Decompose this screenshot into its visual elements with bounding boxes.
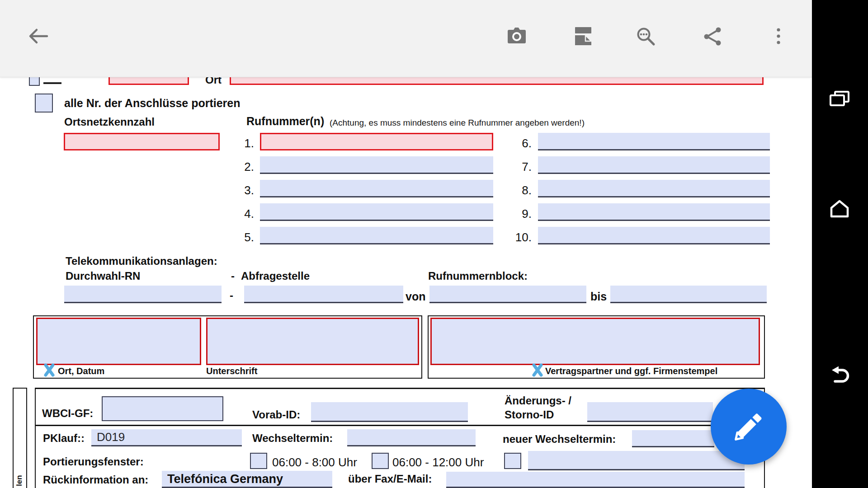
back-arrow-icon[interactable] <box>27 25 49 47</box>
slot1-label: 06:00 - 8:00 Uhr <box>272 455 357 469</box>
rufnummer-8-field[interactable] <box>538 180 770 197</box>
alle-nr-checkbox[interactable] <box>35 94 53 113</box>
nr-label: 6. <box>493 136 532 150</box>
screen: Ort alle Nr. der Anschlüsse portieren Or… <box>0 0 868 488</box>
rufnummernblock-bis-field[interactable] <box>610 286 767 303</box>
nr-label: 10. <box>493 230 532 244</box>
partial-text-fragment <box>43 82 61 84</box>
pklauf-label: PKlauf:: <box>43 432 85 445</box>
dash-label: - <box>226 289 237 302</box>
table-row-divider <box>35 425 765 426</box>
slot2-label: 06:00 - 12:00 Uhr <box>392 455 484 469</box>
fax-email-field[interactable] <box>446 472 745 488</box>
ort-datum-field[interactable] <box>36 318 201 365</box>
vertragspartner-label: Vertragspartner und ggf. Firmenstempel <box>545 366 717 376</box>
overflow-menu-icon[interactable] <box>768 25 789 47</box>
tk-title: Telekommunikationsanlagen: <box>66 255 217 267</box>
rufnummer-9-field[interactable] <box>538 203 770 221</box>
slot3-checkbox[interactable] <box>504 453 521 469</box>
rufnummer-1-field[interactable] <box>260 133 493 150</box>
unterschrift-field[interactable] <box>206 318 419 365</box>
edit-pencil-icon <box>731 409 766 444</box>
aenderungs-storno-field[interactable] <box>587 402 713 422</box>
nr-label: 1. <box>215 136 254 150</box>
recent-apps-icon[interactable] <box>828 88 851 112</box>
rueckinformation-field[interactable]: Telefónica Germany <box>162 471 332 488</box>
ortsnetzkennzahl-label: Ortsnetzkennzahl <box>64 116 155 128</box>
rueckinformation-value: Telefónica Germany <box>162 471 332 488</box>
rufnummer-10-field[interactable] <box>538 227 770 244</box>
signature-box-right: Vertragspartner und ggf. Firmenstempel <box>428 315 765 379</box>
vertragspartner-field[interactable] <box>430 318 760 365</box>
nr-label: 3. <box>215 183 254 197</box>
unterschrift-label: Unterschrift <box>206 366 257 376</box>
nr-label: 8. <box>493 183 532 197</box>
slot2-checkbox[interactable] <box>372 453 389 469</box>
rufnummernblock-von-field[interactable] <box>429 286 586 303</box>
rufnummern-hint: (Achtung, es muss mindestens eine Rufnum… <box>330 118 585 128</box>
aenderungs-label-line2: Storno-ID <box>505 408 554 421</box>
fax-email-label: über Fax/E-Mail: <box>348 473 432 485</box>
pklauf-field[interactable]: D019 <box>91 429 242 446</box>
rufnummer-7-field[interactable] <box>538 156 770 174</box>
share-icon[interactable] <box>702 25 724 47</box>
partial-ort-label: Ort <box>202 77 230 87</box>
camera-icon[interactable] <box>506 25 528 47</box>
durchwahl-label: Durchwahl-RN <box>66 270 140 282</box>
signature-x-icon <box>532 363 543 377</box>
edit-fab[interactable] <box>711 389 787 465</box>
rufnummer-6-field[interactable] <box>538 133 770 150</box>
alle-nr-label: alle Nr. der Anschlüsse portieren <box>64 97 241 110</box>
side-strip-label: len <box>15 475 24 486</box>
signature-box-left: Ort, Datum Unterschrift <box>33 315 422 379</box>
search-in-document-icon[interactable] <box>635 25 656 47</box>
neuer-wechseltermin-field[interactable] <box>632 430 714 447</box>
page-layout-icon[interactable] <box>572 25 594 47</box>
rufnummer-5-field[interactable] <box>260 227 493 244</box>
aenderungs-label-line1: Änderungs- / <box>505 394 571 407</box>
wechseltermin-label: Wechseltermin: <box>252 432 333 445</box>
top-toolbar <box>0 0 812 77</box>
wbci-field[interactable] <box>102 396 223 421</box>
rueckinformation-label: Rückinformation an: <box>43 474 148 486</box>
nr-label: 9. <box>493 207 532 221</box>
vorab-field[interactable] <box>311 402 468 422</box>
android-navbar <box>812 0 868 488</box>
ort-datum-label: Ort, Datum <box>58 366 104 376</box>
nr-label: 4. <box>215 207 254 221</box>
durchwahl-field[interactable] <box>64 286 222 303</box>
portierungsfenster-label: Portierungsfenster: <box>43 455 144 468</box>
bis-label: bis <box>590 290 607 303</box>
home-icon[interactable] <box>828 197 851 221</box>
slot1-checkbox[interactable] <box>250 453 267 469</box>
nr-label: 2. <box>215 160 254 174</box>
rufnummer-2-field[interactable] <box>260 156 493 174</box>
rufnummernblock-label: Rufnummernblock: <box>428 270 528 282</box>
abfragestelle-label: Abfragestelle <box>241 270 310 282</box>
pklauf-value: D019 <box>91 429 242 445</box>
nr-label: 7. <box>493 160 532 174</box>
signature-x-icon <box>43 363 55 377</box>
von-label: von <box>406 290 425 303</box>
wbci-label: WBCI-GF: <box>42 407 93 420</box>
side-strip: len <box>13 388 27 488</box>
rufnummer-4-field[interactable] <box>260 203 493 221</box>
slot3-field[interactable] <box>528 451 745 470</box>
neuer-wechseltermin-label: neuer Wechseltermin: <box>503 433 616 446</box>
wechseltermin-field[interactable] <box>347 429 476 446</box>
rufnummern-label: Rufnummer(n) <box>246 115 324 128</box>
dash-label: - <box>227 270 238 282</box>
ortsnetzkennzahl-field[interactable] <box>64 133 220 150</box>
nr-label: 5. <box>215 230 254 244</box>
abfragestelle-field[interactable] <box>244 286 403 303</box>
back-icon[interactable] <box>829 364 852 388</box>
rufnummer-3-field[interactable] <box>260 180 493 197</box>
vorab-label: Vorab-ID: <box>252 408 300 421</box>
